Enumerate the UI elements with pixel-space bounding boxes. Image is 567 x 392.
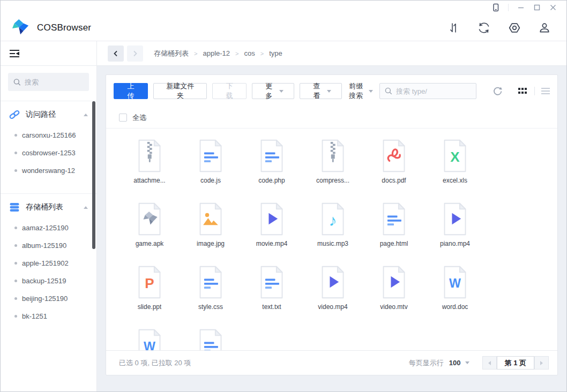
forward-button[interactable]: [127, 46, 143, 62]
sidebar-item[interactable]: wonderswang-12: [1, 162, 96, 179]
file-name: slide.ppt: [138, 303, 162, 311]
more-dropdown-button[interactable]: 更多: [252, 83, 294, 99]
close-button[interactable]: [545, 2, 561, 13]
breadcrumb-item[interactable]: apple-12: [203, 49, 230, 57]
file-item[interactable]: docs.pdf: [363, 139, 424, 202]
sidebar-item[interactable]: cosbrowser-1253: [1, 144, 96, 162]
file-item[interactable]: code.js: [180, 139, 241, 202]
file-item[interactable]: video.mp4: [302, 266, 363, 329]
file-item[interactable]: movie.mp4: [241, 202, 302, 266]
file-item[interactable]: code.php: [241, 139, 302, 202]
file-item[interactable]: compress...: [302, 139, 363, 202]
file-name: image.jpg: [197, 240, 225, 247]
upload-button[interactable]: 上传: [114, 83, 148, 99]
sidebar-item-label: cosbrowser-1253: [22, 149, 76, 157]
titlebar: [1, 1, 566, 14]
section-header-bucket-list[interactable]: 存储桶列表: [1, 194, 96, 218]
bullet-icon: [14, 244, 17, 247]
file-item[interactable]: video.mtv: [363, 266, 424, 329]
file-item[interactable]: style.css: [180, 266, 241, 329]
prev-page-button[interactable]: [482, 356, 497, 370]
brand: COSBrowser: [10, 19, 91, 37]
caret-down-icon: [327, 90, 331, 93]
file-item[interactable]: page.html: [363, 202, 424, 266]
file-lines-icon: [197, 139, 225, 172]
per-page-dropdown[interactable]: 100: [449, 359, 469, 367]
app-title: COSBrowser: [37, 22, 91, 33]
breadcrumb-item[interactable]: 存储桶列表: [154, 49, 189, 58]
sidebar-item-label: album-125190: [22, 242, 66, 250]
section-label: 存储桶列表: [26, 202, 78, 212]
file-item[interactable]: 中文.txt: [180, 329, 241, 350]
sidebar-item[interactable]: bk-1251: [1, 307, 96, 325]
refresh-icon[interactable]: [493, 86, 503, 96]
download-button[interactable]: 下载: [212, 83, 247, 99]
sidebar-item-label: beijing-125190: [22, 295, 68, 303]
sidebar-item[interactable]: backup-12519: [1, 272, 96, 290]
transfer-list-icon[interactable]: [449, 22, 459, 34]
file-name: excel.xls: [443, 177, 467, 184]
sidebar-item-label: apple-1251902: [22, 259, 69, 267]
sidebar-item[interactable]: carsonxu-125166: [1, 126, 96, 144]
section-header-access-paths[interactable]: 访问路径: [1, 101, 96, 125]
file-lines-icon: [197, 266, 225, 299]
caret-down-icon: [279, 90, 284, 93]
prefix-search-dropdown[interactable]: 前缀搜索: [347, 81, 373, 101]
file-item[interactable]: game.apk: [119, 202, 180, 266]
prev-page-icon: [488, 361, 491, 365]
maximize-button[interactable]: [529, 2, 545, 13]
file-lines-icon: [380, 202, 408, 236]
sidebar: 访问路径 carsonxu-125166cosbrowser-1253wonde…: [1, 41, 97, 391]
sidebar-item[interactable]: aamaz-125190: [1, 219, 96, 237]
svg-text:♪: ♪: [329, 212, 337, 229]
section-bucket-list: 存储桶列表 aamaz-125190album-125190apple-1251…: [1, 193, 96, 331]
select-all-checkbox[interactable]: [119, 114, 127, 122]
sync-icon[interactable]: [478, 21, 490, 34]
section-access-paths: 访问路径 carsonxu-125166cosbrowser-1253wonde…: [1, 101, 96, 186]
grid-view-icon[interactable]: [518, 87, 528, 95]
file-grid: attachme...code.jscode.phpcompress...doc…: [106, 129, 557, 350]
minimize-button[interactable]: [513, 2, 529, 13]
pagination-area: 每页显示行 100 第 1 页: [409, 356, 549, 370]
bullet-icon: [14, 227, 17, 229]
sidebar-item[interactable]: beijing-125190: [1, 290, 96, 307]
account-user-icon[interactable]: [539, 22, 550, 34]
file-item[interactable]: image.jpg: [180, 202, 241, 266]
sidebar-item[interactable]: apple-1251902: [1, 254, 96, 272]
sidebar-scrollbar[interactable]: [92, 101, 95, 249]
file-item[interactable]: Wword.doc: [424, 266, 486, 329]
view-dropdown-button[interactable]: 查看: [300, 83, 342, 99]
sidebar-item[interactable]: album-125190: [1, 237, 96, 254]
sidebar-search-input[interactable]: [25, 78, 84, 86]
object-search-input[interactable]: [396, 87, 471, 95]
bucket-list: aamaz-125190album-125190apple-1251902bac…: [1, 218, 96, 331]
file-item[interactable]: attachme...: [119, 139, 180, 202]
sidebar-search: [8, 73, 89, 91]
file-item[interactable]: piano.mp4: [424, 202, 486, 266]
file-item[interactable]: Xexcel.xls: [424, 139, 486, 202]
settings-gear-icon[interactable]: [509, 22, 520, 34]
file-doc-icon: W: [441, 266, 469, 299]
toolbar: 上传 新建文件夹 下载 更多 查看 前缀搜索: [106, 75, 557, 107]
device-icon[interactable]: [488, 2, 504, 13]
svg-text:P: P: [145, 275, 154, 291]
file-pdf-icon: [380, 139, 408, 172]
breadcrumb-item[interactable]: cos: [244, 49, 255, 57]
file-item[interactable]: text.txt: [241, 266, 302, 329]
back-button[interactable]: [108, 46, 124, 62]
file-item[interactable]: Pslide.ppt: [119, 266, 180, 329]
svg-text:X: X: [450, 149, 460, 165]
collapse-sidebar-icon[interactable]: [9, 49, 20, 58]
file-name: music.mp3: [317, 240, 348, 247]
object-list-card: 上传 新建文件夹 下载 更多 查看 前缀搜索: [106, 74, 558, 375]
file-item[interactable]: Wword.rtf: [119, 329, 180, 350]
breadcrumb-separator-icon: >: [260, 50, 264, 57]
breadcrumb-item[interactable]: type: [269, 49, 282, 57]
file-name: code.js: [200, 177, 221, 184]
list-view-icon[interactable]: [541, 87, 550, 95]
file-item[interactable]: ♪music.mp3: [302, 202, 363, 266]
file-name: movie.mp4: [256, 240, 288, 247]
next-page-button[interactable]: [534, 356, 549, 370]
object-search-box: [379, 83, 476, 99]
new-folder-button[interactable]: 新建文件夹: [153, 83, 207, 99]
